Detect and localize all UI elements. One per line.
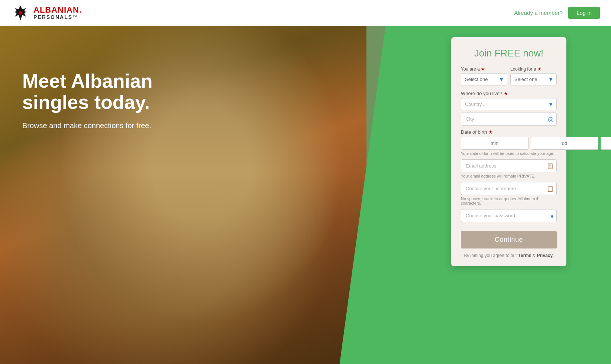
password-wrapper: ● bbox=[461, 209, 557, 222]
username-hint: No spaces, brackets or quotes. Minimum 4… bbox=[461, 196, 557, 205]
email-wrapper: 📋 bbox=[461, 159, 557, 172]
registration-form: Join FREE now! You are a ★ Select one Ma… bbox=[451, 37, 566, 266]
login-button[interactable]: Log in bbox=[568, 7, 600, 19]
dob-month-input[interactable] bbox=[461, 137, 528, 150]
hero-headline: Meet Albanian singles today. bbox=[22, 71, 178, 113]
dob-year-input[interactable] bbox=[601, 137, 611, 150]
email-group: 📋 Your email address will remain PRIVATE… bbox=[461, 159, 557, 178]
logo-text: ALBANIAN. PERSONALS™ bbox=[33, 6, 82, 20]
you-are-select[interactable]: Select one Man Woman bbox=[461, 73, 507, 85]
password-input[interactable] bbox=[461, 209, 557, 222]
logo-personals: PERSONALS™ bbox=[33, 14, 82, 20]
header: ALBANIAN. PERSONALS™ Already a member? L… bbox=[0, 0, 611, 26]
dob-day-input[interactable] bbox=[531, 137, 598, 150]
password-group: ● bbox=[461, 209, 557, 222]
city-input[interactable] bbox=[461, 113, 557, 126]
terms-link[interactable]: Terms bbox=[518, 253, 531, 258]
logo-icon bbox=[11, 4, 30, 22]
username-wrapper: 📋 bbox=[461, 182, 557, 195]
logo-albanian: ALBANIAN. bbox=[33, 6, 82, 14]
continue-button[interactable]: Continue bbox=[461, 231, 557, 248]
country-wrapper: Country... Albania United States ▼ bbox=[461, 98, 557, 110]
username-input[interactable] bbox=[461, 182, 557, 195]
username-copy-icon: 📋 bbox=[547, 185, 554, 192]
password-reveal-icon[interactable]: ● bbox=[550, 212, 554, 219]
country-select[interactable]: Country... Albania United States bbox=[461, 98, 557, 110]
form-title: Join FREE now! bbox=[461, 48, 557, 59]
email-copy-icon: 📋 bbox=[547, 163, 554, 169]
you-are-col: You are a ★ Select one Man Woman ▼ bbox=[461, 66, 507, 85]
dob-group: Date of birth ★ Your date of birth will … bbox=[461, 129, 557, 156]
username-group: 📋 No spaces, brackets or quotes. Minimum… bbox=[461, 182, 557, 205]
city-wrapper: ◎ bbox=[461, 113, 557, 126]
gender-row: You are a ★ Select one Man Woman ▼ Looki… bbox=[461, 66, 557, 85]
dob-label: Date of birth ★ bbox=[461, 129, 557, 135]
looking-for-select[interactable]: Select one Women Men bbox=[510, 73, 557, 85]
looking-for-label: Looking for a ★ bbox=[510, 66, 557, 72]
where-live-label: Where do you live? ★ bbox=[461, 91, 557, 96]
looking-for-col: Looking for a ★ Select one Women Men ▼ bbox=[510, 66, 557, 85]
email-input[interactable] bbox=[461, 159, 557, 172]
you-are-label: You are a ★ bbox=[461, 66, 507, 72]
header-right: Already a member? Log in bbox=[514, 7, 600, 19]
dob-hint: Your date of birth will be used to calcu… bbox=[461, 151, 557, 156]
hero-subtext: Browse and make connections for free. bbox=[22, 120, 178, 131]
hero-section: Meet Albanian singles today. Browse and … bbox=[0, 26, 611, 364]
city-location-icon[interactable]: ◎ bbox=[548, 115, 554, 123]
terms-text: By joining you agree to our Terms & Priv… bbox=[461, 253, 557, 258]
looking-for-select-wrapper: Select one Women Men ▼ bbox=[510, 73, 557, 85]
dob-row bbox=[461, 137, 557, 150]
logo: ALBANIAN. PERSONALS™ bbox=[11, 4, 82, 22]
privacy-link[interactable]: Privacy. bbox=[537, 253, 553, 258]
email-hint: Your email address will remain PRIVATE. bbox=[461, 174, 557, 178]
you-are-select-wrapper: Select one Man Woman ▼ bbox=[461, 73, 507, 85]
hero-text-block: Meet Albanian singles today. Browse and … bbox=[22, 71, 178, 131]
location-group: Where do you live? ★ Country... Albania … bbox=[461, 91, 557, 126]
already-member-text: Already a member? bbox=[514, 10, 563, 16]
